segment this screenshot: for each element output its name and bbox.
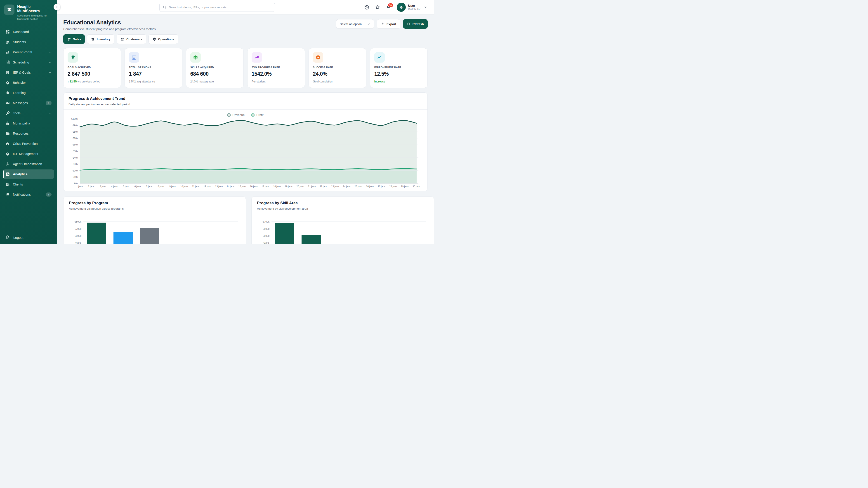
svg-text:11 janv.: 11 janv. [192,185,200,188]
head-gear-icon [5,80,10,85]
svg-text:€400k: €400k [263,242,270,244]
sidebar-item-label: Resources [13,132,29,135]
legend-label: Profit [256,113,264,117]
chevron-down-icon [49,51,52,54]
sidebar-item-label: IEP Management [13,152,38,156]
legend-item-revenue[interactable]: Revenue [227,113,245,117]
period-select[interactable]: Select an option [336,19,374,29]
calendar-icon-wrap [129,52,139,63]
program-title: Progress by Program [69,201,240,205]
kpi-value: 1 847 [129,71,178,77]
sidebar-item-iep-goals[interactable]: IEP & Goals [3,68,54,77]
svg-text:20 janv.: 20 janv. [296,185,305,188]
bar[interactable] [87,223,106,244]
cart-icon-wrap [67,37,71,41]
sidebar-item-scheduling[interactable]: Scheduling [3,58,54,67]
program-subtitle: Achievement distribution across programs [69,207,240,210]
bell-icon-wrap [5,192,10,197]
sidebar-item-iep-management[interactable]: IEP Management [3,149,54,159]
kpi-label: SKILLS ACQUIRED [190,66,239,69]
kpi-label: AVG PROGRESS RATE [252,66,301,69]
chevron-down-icon [49,71,52,74]
clipboard-icon-wrap [5,70,10,75]
kpi-cards: GOALS ACHIEVED2 847 500↑ 12.5% vs previo… [63,48,428,88]
refresh-button[interactable]: Refresh [403,19,428,29]
building-flag-icon [5,121,10,126]
chevron-down-icon [367,22,370,26]
sidebar-item-dashboard[interactable]: Dashboard [3,27,54,37]
svg-text:€0k: €0k [74,182,78,185]
logout-button[interactable]: Logout [0,231,57,244]
sidebar-nav: DashboardStudentsParent PortalScheduling… [0,25,57,231]
sidebar-item-label: Students [13,40,26,44]
gear-icon-wrap [152,37,156,41]
topbar: 9+ G User Distributor [57,0,434,14]
tab-operations[interactable]: Operations [149,34,178,44]
bar[interactable] [275,223,294,244]
svg-text:€20k: €20k [72,169,78,172]
box-icon-wrap [91,37,95,41]
brand-subtitle: Specialized Intelligence for Municipal F… [17,14,53,21]
chevron-down-icon [49,71,52,74]
svg-text:1 janv.: 1 janv. [76,185,83,188]
grad-cap-icon [6,7,12,13]
sidebar-item-clients[interactable]: Clients [3,180,54,189]
svg-text:12 janv.: 12 janv. [204,185,212,188]
bar[interactable] [114,232,133,244]
sidebar-item-tools[interactable]: Tools [3,108,54,118]
family-icon-wrap [5,50,10,55]
kpi-foot: Per student [252,80,301,83]
sidebar-item-analytics[interactable]: Analytics [3,169,54,179]
export-button[interactable]: Export [377,19,400,29]
svg-text:15 janv.: 15 janv. [238,185,246,188]
search-input[interactable] [169,6,272,9]
user-menu[interactable]: G User Distributor [397,3,427,12]
sidebar-collapse-button[interactable] [54,4,60,10]
page-title: Educational Analytics [63,19,156,26]
sidebar-item-crisis-prevention[interactable]: Crisis Prevention [3,139,54,149]
skill-subtitle: Achievement by skill development area [257,207,428,210]
svg-text:4 janv.: 4 janv. [111,185,118,188]
tab-customers[interactable]: Customers [117,34,146,44]
legend-item-profit[interactable]: Profit [251,113,264,117]
network-icon [5,162,10,166]
sidebar-item-students[interactable]: Students [3,37,54,47]
sidebar-item-behavior[interactable]: Behavior [3,78,54,88]
user-info: User Distributor [408,4,421,11]
kpi-foot: increase [374,80,423,83]
kpi-foot-part: vs previous period [77,80,100,83]
sidebar-item-label: Notifications [13,193,31,196]
bar[interactable] [302,235,321,244]
tab-label: Customers [126,37,143,41]
skill-title: Progress by Skill Area [257,201,428,205]
clipboard-icon [5,70,10,75]
notifications-button[interactable]: 9+ [386,5,391,10]
sidebar-item-resources[interactable]: Resources [3,129,54,138]
kpi-card-total-sessions: TOTAL SESSIONS1 8471 542 avg attendance [125,48,182,88]
favorites-button[interactable] [375,5,380,10]
skill-bar-chart: €700k€600k€500k€400k [256,217,430,244]
svg-text:€10k: €10k [72,175,78,178]
chart-legend: RevenueProfit [68,111,423,117]
head-gear-icon-wrap [5,80,10,85]
kpi-card-goals-achieved: GOALS ACHIEVED2 847 500↑ 12.5% vs previo… [63,48,121,88]
brand-logo [4,4,14,15]
tab-inventory[interactable]: Inventory [87,34,114,44]
sidebar-item-agent-orchestration[interactable]: Agent Orchestration [3,159,54,169]
svg-text:13 janv.: 13 janv. [215,185,223,188]
download-icon [381,22,384,26]
sidebar-item-messages[interactable]: Messages5 [3,98,54,108]
sidebar-item-municipality[interactable]: Municipality [3,119,54,128]
download-icon [381,22,384,26]
chevron-down-icon [49,61,52,64]
users-icon-wrap [121,37,124,41]
sidebar-item-label: Tools [13,111,21,115]
bar[interactable] [140,228,159,244]
tab-sales[interactable]: Sales [63,34,85,44]
kpi-foot: Goal completion [313,80,362,83]
sidebar-item-learning[interactable]: Learning [3,88,54,98]
history-button[interactable] [364,5,369,10]
sidebar-item-notifications[interactable]: Notifications2 [3,190,54,199]
svg-text:€800k: €800k [74,220,81,223]
sidebar-item-parent-portal[interactable]: Parent Portal [3,47,54,57]
